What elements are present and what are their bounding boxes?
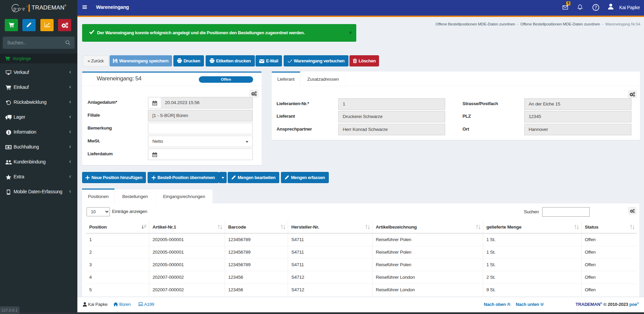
- svg-text:p·o·e: p·o·e: [14, 6, 25, 12]
